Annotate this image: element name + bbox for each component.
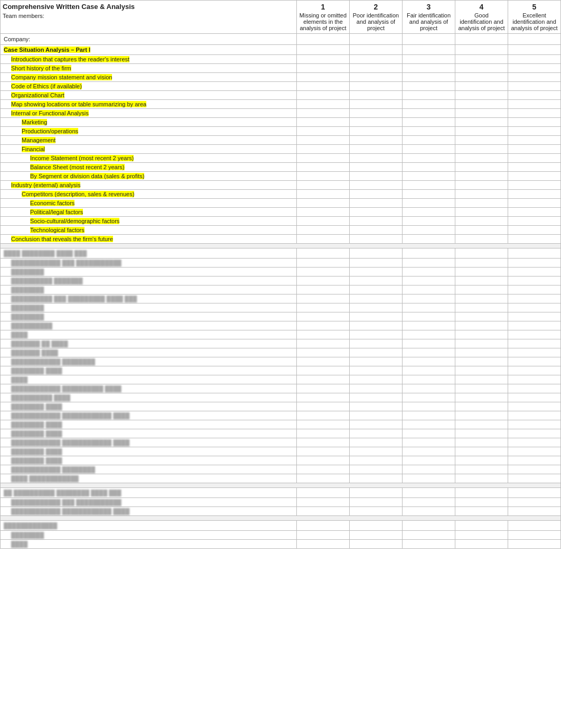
score-cell-col4 (455, 420, 508, 429)
score-cell-col2 (349, 235, 402, 244)
blurred-item-0-23: ████████████ ████████ (1, 465, 561, 474)
score-cell-col4 (455, 163, 508, 172)
item-row-political: Political/legal factors (1, 208, 561, 217)
score-cell-col1 (296, 348, 349, 357)
score-cell-col2 (349, 498, 402, 507)
score-cell-col1 (296, 109, 349, 118)
section-header-case-situation: Case Situation Analysis – Part I (1, 45, 561, 55)
blurred-section-header-0: ████ ████████ ████ ███ (1, 248, 561, 259)
score-cell-col3 (402, 456, 455, 465)
score-cell-col4 (455, 199, 508, 208)
company-score-2 (349, 34, 402, 45)
score-cell-col2 (349, 55, 402, 64)
score-cell-col5 (508, 190, 560, 199)
score-cell-col2 (349, 73, 402, 82)
score-cell-col4 (455, 339, 508, 348)
score-cell-col4 (455, 294, 508, 303)
score-cell-col3 (402, 402, 455, 411)
score-cell-col5 (508, 226, 560, 235)
score-cell-col5 (508, 393, 560, 402)
item-row-internal: Internal or Functional Analysis (1, 109, 561, 118)
item-row-org-chart: Organizational Chart (1, 91, 561, 100)
score-cell-col4 (455, 312, 508, 321)
score-cell-col2 (349, 438, 402, 447)
score-cell-col4 (455, 82, 508, 91)
score-cell-col1 (296, 45, 349, 55)
score-cell-col2 (349, 321, 402, 330)
score-cell-col2 (349, 402, 402, 411)
blurred-item-0-7: ██████████ (1, 321, 561, 330)
score-cell-col3 (402, 393, 455, 402)
score-cell-col3 (402, 277, 455, 285)
score-cell-col4 (455, 136, 508, 145)
score-cell-col5 (508, 259, 560, 268)
score-cell-col5 (508, 339, 560, 348)
score-cell-col4 (455, 402, 508, 411)
score-cell-col3 (402, 82, 455, 91)
score-cell-col3 (402, 384, 455, 393)
score-cell-col3 (402, 411, 455, 420)
score-cell-col2 (349, 507, 402, 516)
score-cell-col4 (455, 321, 508, 330)
score-cell-col1 (296, 199, 349, 208)
blurred-item-0-17: ████████████ ████████████ ████ (1, 411, 561, 420)
score-cell-col5 (508, 348, 560, 357)
score-cell-col4 (455, 118, 508, 127)
score-cell-col3 (402, 465, 455, 474)
item-row-map: Map showing locations or table summarizi… (1, 100, 561, 109)
score-cell-col4 (455, 277, 508, 285)
score-cell-col2 (349, 375, 402, 384)
score-cell-col1 (296, 456, 349, 465)
score-cell-col2 (349, 64, 402, 73)
blurred-item-0-8: ████ (1, 330, 561, 339)
score-cell-col2 (349, 208, 402, 217)
score-cell-col1 (296, 163, 349, 172)
score-cell-col4 (455, 447, 508, 456)
score-cell-col1 (296, 488, 349, 498)
score-cell-col1 (296, 208, 349, 217)
score-cell-col1 (296, 474, 349, 483)
score-cell-col2 (349, 190, 402, 199)
score-cell-col4 (455, 384, 508, 393)
score-cell-col1 (296, 82, 349, 91)
blurred-item-0-11: ████████████ ████████ (1, 357, 561, 366)
score-cell-col2 (349, 217, 402, 226)
score-cell-col3 (402, 190, 455, 199)
score-cell-col4 (455, 235, 508, 244)
score-cell-col4 (455, 73, 508, 82)
score-cell-col4 (455, 259, 508, 268)
score-cell-col2 (349, 294, 402, 303)
score-cell-col4 (455, 438, 508, 447)
score-cell-col1 (296, 402, 349, 411)
score-cell-col1 (296, 100, 349, 109)
score-cell-col4 (455, 474, 508, 483)
score-cell-col2 (349, 366, 402, 375)
blurred-item-1-1: ████████████ ████████████ ████ (1, 507, 561, 516)
score-cell-col4 (455, 507, 508, 516)
score-cell-col3 (402, 199, 455, 208)
score-cell-col5 (508, 248, 560, 259)
score-cell-col4 (455, 456, 508, 465)
score-cell-col3 (402, 366, 455, 375)
blurred-item-2-0: ████████ (1, 531, 561, 540)
score-cell-col1 (296, 531, 349, 540)
score-cell-col5 (508, 118, 560, 127)
score-cell-col5 (508, 429, 560, 438)
blurred-item-0-13: ████ (1, 375, 561, 384)
score-cell-col2 (349, 154, 402, 163)
item-row-marketing: Marketing (1, 118, 561, 127)
score-cell-col4 (455, 109, 508, 118)
blurred-item-0-9: ███████ ██ ████ (1, 339, 561, 348)
score-cell-col5 (508, 268, 560, 277)
score-cell-col5 (508, 217, 560, 226)
score-cell-col2 (349, 393, 402, 402)
score-cell-col4 (455, 540, 508, 549)
score-cell-col1 (296, 429, 349, 438)
score-cell-col5 (508, 145, 560, 154)
item-row-income-stmt: Income Statement (most recent 2 years) (1, 154, 561, 163)
score-cell-col1 (296, 154, 349, 163)
score-cell-col1 (296, 285, 349, 294)
score-cell-col1 (296, 235, 349, 244)
score-cell-col2 (349, 531, 402, 540)
score-cell-col1 (296, 268, 349, 277)
